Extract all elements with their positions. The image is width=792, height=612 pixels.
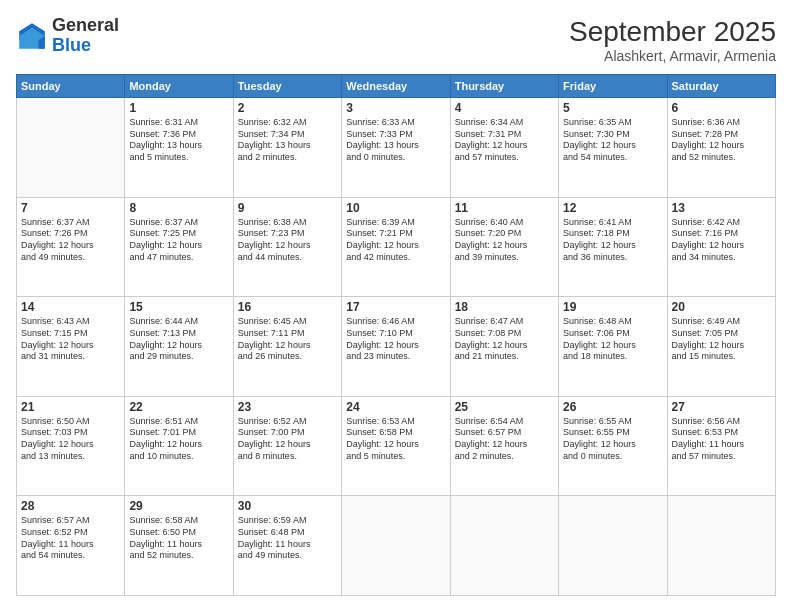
table-row: 28Sunrise: 6:57 AMSunset: 6:52 PMDayligh… (17, 496, 125, 596)
day-number: 18 (455, 300, 554, 314)
table-row: 10Sunrise: 6:39 AMSunset: 7:21 PMDayligh… (342, 197, 450, 297)
day-number: 21 (21, 400, 120, 414)
logo-general-text: General (52, 16, 119, 36)
table-row: 16Sunrise: 6:45 AMSunset: 7:11 PMDayligh… (233, 297, 341, 397)
cell-info: Sunrise: 6:51 AMSunset: 7:01 PMDaylight:… (129, 416, 228, 463)
day-number: 25 (455, 400, 554, 414)
day-number: 1 (129, 101, 228, 115)
cell-info: Sunrise: 6:55 AMSunset: 6:55 PMDaylight:… (563, 416, 662, 463)
table-row: 18Sunrise: 6:47 AMSunset: 7:08 PMDayligh… (450, 297, 558, 397)
table-row: 1Sunrise: 6:31 AMSunset: 7:36 PMDaylight… (125, 98, 233, 198)
day-number: 30 (238, 499, 337, 513)
table-row: 19Sunrise: 6:48 AMSunset: 7:06 PMDayligh… (559, 297, 667, 397)
cell-info: Sunrise: 6:34 AMSunset: 7:31 PMDaylight:… (455, 117, 554, 164)
cell-info: Sunrise: 6:57 AMSunset: 6:52 PMDaylight:… (21, 515, 120, 562)
table-row: 3Sunrise: 6:33 AMSunset: 7:33 PMDaylight… (342, 98, 450, 198)
day-number: 19 (563, 300, 662, 314)
table-row: 25Sunrise: 6:54 AMSunset: 6:57 PMDayligh… (450, 396, 558, 496)
col-saturday: Saturday (667, 75, 775, 98)
table-row: 17Sunrise: 6:46 AMSunset: 7:10 PMDayligh… (342, 297, 450, 397)
cell-info: Sunrise: 6:32 AMSunset: 7:34 PMDaylight:… (238, 117, 337, 164)
day-number: 12 (563, 201, 662, 215)
table-row: 5Sunrise: 6:35 AMSunset: 7:30 PMDaylight… (559, 98, 667, 198)
cell-info: Sunrise: 6:41 AMSunset: 7:18 PMDaylight:… (563, 217, 662, 264)
cell-info: Sunrise: 6:31 AMSunset: 7:36 PMDaylight:… (129, 117, 228, 164)
cell-info: Sunrise: 6:47 AMSunset: 7:08 PMDaylight:… (455, 316, 554, 363)
table-row: 15Sunrise: 6:44 AMSunset: 7:13 PMDayligh… (125, 297, 233, 397)
table-row: 26Sunrise: 6:55 AMSunset: 6:55 PMDayligh… (559, 396, 667, 496)
day-number: 23 (238, 400, 337, 414)
day-number: 16 (238, 300, 337, 314)
day-number: 29 (129, 499, 228, 513)
table-row: 30Sunrise: 6:59 AMSunset: 6:48 PMDayligh… (233, 496, 341, 596)
day-number: 13 (672, 201, 771, 215)
cell-info: Sunrise: 6:37 AMSunset: 7:25 PMDaylight:… (129, 217, 228, 264)
table-row: 6Sunrise: 6:36 AMSunset: 7:28 PMDaylight… (667, 98, 775, 198)
day-number: 10 (346, 201, 445, 215)
title-block: September 2025 Alashkert, Armavir, Armen… (569, 16, 776, 64)
cell-info: Sunrise: 6:46 AMSunset: 7:10 PMDaylight:… (346, 316, 445, 363)
cell-info: Sunrise: 6:39 AMSunset: 7:21 PMDaylight:… (346, 217, 445, 264)
col-thursday: Thursday (450, 75, 558, 98)
table-row (342, 496, 450, 596)
calendar-header-row: Sunday Monday Tuesday Wednesday Thursday… (17, 75, 776, 98)
table-row: 21Sunrise: 6:50 AMSunset: 7:03 PMDayligh… (17, 396, 125, 496)
day-number: 26 (563, 400, 662, 414)
calendar-week-row: 28Sunrise: 6:57 AMSunset: 6:52 PMDayligh… (17, 496, 776, 596)
cell-info: Sunrise: 6:45 AMSunset: 7:11 PMDaylight:… (238, 316, 337, 363)
day-number: 11 (455, 201, 554, 215)
table-row: 13Sunrise: 6:42 AMSunset: 7:16 PMDayligh… (667, 197, 775, 297)
calendar-week-row: 21Sunrise: 6:50 AMSunset: 7:03 PMDayligh… (17, 396, 776, 496)
table-row (450, 496, 558, 596)
table-row: 4Sunrise: 6:34 AMSunset: 7:31 PMDaylight… (450, 98, 558, 198)
table-row (559, 496, 667, 596)
table-row: 22Sunrise: 6:51 AMSunset: 7:01 PMDayligh… (125, 396, 233, 496)
table-row: 11Sunrise: 6:40 AMSunset: 7:20 PMDayligh… (450, 197, 558, 297)
cell-info: Sunrise: 6:42 AMSunset: 7:16 PMDaylight:… (672, 217, 771, 264)
cell-info: Sunrise: 6:36 AMSunset: 7:28 PMDaylight:… (672, 117, 771, 164)
logo-text: General Blue (52, 16, 119, 56)
header: General Blue September 2025 Alashkert, A… (16, 16, 776, 64)
table-row: 14Sunrise: 6:43 AMSunset: 7:15 PMDayligh… (17, 297, 125, 397)
table-row: 27Sunrise: 6:56 AMSunset: 6:53 PMDayligh… (667, 396, 775, 496)
cell-info: Sunrise: 6:52 AMSunset: 7:00 PMDaylight:… (238, 416, 337, 463)
location-subtitle: Alashkert, Armavir, Armenia (569, 48, 776, 64)
cell-info: Sunrise: 6:40 AMSunset: 7:20 PMDaylight:… (455, 217, 554, 264)
col-wednesday: Wednesday (342, 75, 450, 98)
day-number: 8 (129, 201, 228, 215)
cell-info: Sunrise: 6:48 AMSunset: 7:06 PMDaylight:… (563, 316, 662, 363)
logo: General Blue (16, 16, 119, 56)
cell-info: Sunrise: 6:54 AMSunset: 6:57 PMDaylight:… (455, 416, 554, 463)
cell-info: Sunrise: 6:37 AMSunset: 7:26 PMDaylight:… (21, 217, 120, 264)
cell-info: Sunrise: 6:35 AMSunset: 7:30 PMDaylight:… (563, 117, 662, 164)
cell-info: Sunrise: 6:38 AMSunset: 7:23 PMDaylight:… (238, 217, 337, 264)
table-row: 9Sunrise: 6:38 AMSunset: 7:23 PMDaylight… (233, 197, 341, 297)
calendar-week-row: 7Sunrise: 6:37 AMSunset: 7:26 PMDaylight… (17, 197, 776, 297)
day-number: 27 (672, 400, 771, 414)
calendar-week-row: 1Sunrise: 6:31 AMSunset: 7:36 PMDaylight… (17, 98, 776, 198)
day-number: 28 (21, 499, 120, 513)
day-number: 9 (238, 201, 337, 215)
day-number: 24 (346, 400, 445, 414)
day-number: 20 (672, 300, 771, 314)
table-row: 2Sunrise: 6:32 AMSunset: 7:34 PMDaylight… (233, 98, 341, 198)
logo-icon (16, 20, 48, 52)
table-row (667, 496, 775, 596)
calendar-week-row: 14Sunrise: 6:43 AMSunset: 7:15 PMDayligh… (17, 297, 776, 397)
day-number: 14 (21, 300, 120, 314)
calendar-table: Sunday Monday Tuesday Wednesday Thursday… (16, 74, 776, 596)
table-row: 7Sunrise: 6:37 AMSunset: 7:26 PMDaylight… (17, 197, 125, 297)
table-row (17, 98, 125, 198)
logo-blue-text: Blue (52, 36, 119, 56)
day-number: 7 (21, 201, 120, 215)
cell-info: Sunrise: 6:56 AMSunset: 6:53 PMDaylight:… (672, 416, 771, 463)
col-friday: Friday (559, 75, 667, 98)
cell-info: Sunrise: 6:43 AMSunset: 7:15 PMDaylight:… (21, 316, 120, 363)
col-monday: Monday (125, 75, 233, 98)
cell-info: Sunrise: 6:44 AMSunset: 7:13 PMDaylight:… (129, 316, 228, 363)
day-number: 17 (346, 300, 445, 314)
table-row: 29Sunrise: 6:58 AMSunset: 6:50 PMDayligh… (125, 496, 233, 596)
table-row: 23Sunrise: 6:52 AMSunset: 7:00 PMDayligh… (233, 396, 341, 496)
cell-info: Sunrise: 6:53 AMSunset: 6:58 PMDaylight:… (346, 416, 445, 463)
month-title: September 2025 (569, 16, 776, 48)
